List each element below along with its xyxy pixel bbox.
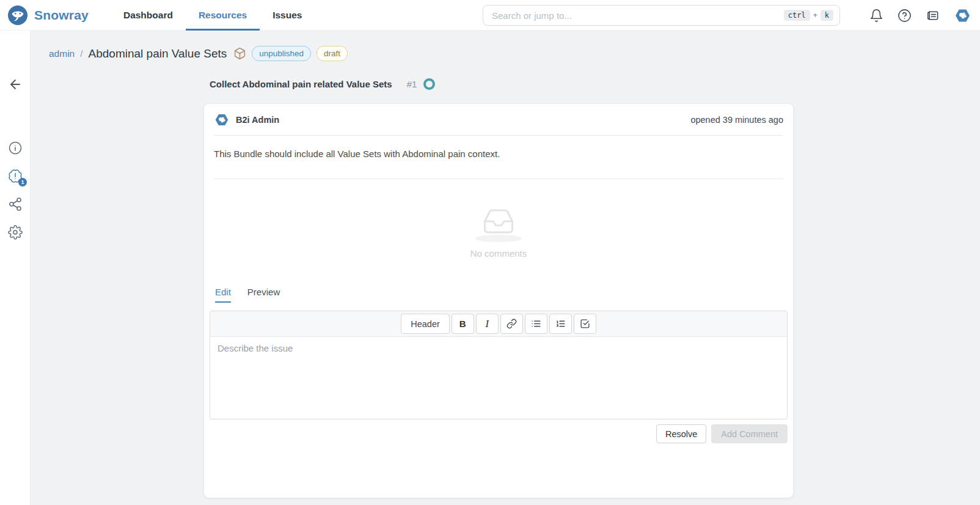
status-open-ring-icon — [423, 78, 435, 90]
shortcut-ctrl-key: ctrl — [784, 10, 810, 21]
back-arrow-icon[interactable] — [8, 77, 23, 92]
no-comments-label: No comments — [204, 248, 793, 259]
search-input[interactable] — [492, 10, 784, 21]
issues-count-badge: 1 — [18, 178, 27, 186]
top-navigation-bar: Snowray Dashboard Resources Issues ctrl … — [0, 0, 980, 31]
comments-empty-state: No comments — [204, 179, 793, 259]
header-button[interactable]: Header — [401, 314, 450, 334]
issue-comment-input[interactable] — [210, 337, 787, 419]
left-sidebar: 1 — [0, 31, 31, 505]
breadcrumb-parent-link[interactable]: admin — [49, 48, 75, 59]
ordered-list-button[interactable] — [549, 314, 572, 334]
info-icon[interactable] — [8, 141, 23, 155]
add-comment-button[interactable]: Add Comment — [711, 424, 788, 443]
status-badge-unpublished: unpublished — [252, 46, 311, 61]
nav-tab-dashboard[interactable]: Dashboard — [111, 0, 186, 31]
gear-icon[interactable] — [8, 225, 23, 240]
markdown-editor: Header B I — [210, 311, 788, 419]
bold-button[interactable]: B — [452, 314, 474, 334]
italic-button[interactable]: I — [476, 314, 499, 334]
nav-tab-resources[interactable]: Resources — [186, 0, 260, 31]
main-content: admin / Abdominal pain Value Sets unpubl… — [31, 31, 980, 505]
opened-timestamp: opened 39 minutes ago — [690, 115, 783, 125]
user-avatar[interactable] — [954, 7, 971, 24]
snowray-logo-icon — [7, 5, 28, 26]
sidebar-icon-group: 1 — [0, 141, 31, 240]
issue-number: #1 — [407, 79, 417, 89]
link-icon — [506, 319, 517, 329]
package-icon — [233, 47, 246, 60]
status-badge-draft: draft — [316, 46, 348, 61]
issue-description: This Bundle should include all Value Set… — [214, 136, 783, 179]
help-icon[interactable] — [898, 9, 912, 23]
editor-toolbar: Header B I — [210, 311, 787, 337]
composer-tabs: Edit Preview — [215, 287, 793, 303]
ordered-list-icon — [555, 319, 566, 329]
brand[interactable]: Snowray — [7, 5, 89, 26]
share-icon[interactable] — [8, 197, 23, 212]
sidebar-item-issues[interactable]: 1 — [8, 169, 23, 183]
inbox-empty-icon — [482, 205, 515, 238]
issue-title: Collect Abdominal pain related Value Set… — [210, 79, 392, 89]
issue-header: Collect Abdominal pain related Value Set… — [210, 78, 435, 90]
changelog-icon[interactable] — [926, 9, 940, 23]
author-name: B2i Admin — [236, 115, 279, 125]
shortcut-plus: + — [813, 11, 817, 20]
bell-icon[interactable] — [869, 9, 883, 23]
bullet-list-icon — [531, 319, 541, 329]
author-avatar — [214, 112, 230, 128]
tab-preview[interactable]: Preview — [247, 287, 280, 303]
topbar-action-icons — [869, 0, 971, 31]
bullet-list-button[interactable] — [525, 314, 547, 334]
link-button[interactable] — [500, 314, 523, 334]
resolve-button[interactable]: Resolve — [656, 424, 706, 443]
breadcrumb-separator: / — [80, 48, 82, 59]
brand-name: Snowray — [34, 8, 89, 23]
issue-card: B2i Admin opened 39 minutes ago This Bun… — [204, 104, 793, 498]
page-title: Abdominal pain Value Sets — [89, 47, 227, 61]
breadcrumb: admin / Abdominal pain Value Sets unpubl… — [49, 46, 348, 61]
checkbox-icon — [580, 319, 590, 329]
main-nav: Dashboard Resources Issues — [111, 0, 315, 31]
task-list-button[interactable] — [574, 314, 596, 334]
tab-edit[interactable]: Edit — [215, 287, 231, 303]
shortcut-k-key: k — [821, 10, 833, 21]
global-search[interactable]: ctrl + k — [483, 5, 840, 26]
issue-card-header: B2i Admin opened 39 minutes ago — [214, 104, 783, 136]
composer-actions: Resolve Add Comment — [210, 424, 788, 443]
nav-tab-issues[interactable]: Issues — [260, 0, 315, 31]
